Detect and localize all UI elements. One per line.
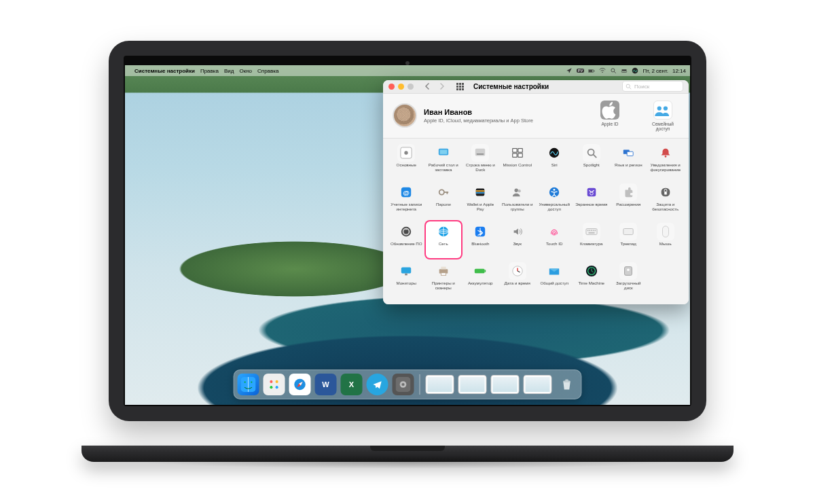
pane-users[interactable]: Пользователи и группы <box>500 182 536 219</box>
pane-trackpad[interactable]: Трекпад <box>611 221 647 258</box>
pane-datetime[interactable]: Дата и время <box>500 261 536 298</box>
pane-screentime[interactable]: Экранное время <box>574 182 610 219</box>
pane-timemachine[interactable]: Time Machine <box>574 261 610 298</box>
pane-battery[interactable]: Аккумулятор <box>463 261 499 298</box>
menu-edit[interactable]: Правка <box>200 68 219 74</box>
pane-touchid[interactable]: Touch ID <box>537 221 573 258</box>
svg-rect-54 <box>593 230 594 231</box>
svg-point-72 <box>627 268 630 271</box>
menu-help[interactable]: Справка <box>257 68 278 74</box>
pane-label: Пользователи и группы <box>500 202 536 211</box>
menubar-time[interactable]: 12:14 <box>672 68 686 74</box>
nav-forward-button[interactable] <box>437 81 448 92</box>
pane-internet[interactable]: @Учетные записи интернета <box>388 182 424 219</box>
pane-wallet[interactable]: Wallet и Apple Pay <box>463 182 499 219</box>
users-icon <box>509 183 526 201</box>
svg-point-79 <box>270 386 272 389</box>
svg-rect-59 <box>401 268 411 274</box>
datetime-icon <box>509 262 526 280</box>
show-all-button[interactable] <box>454 81 465 92</box>
pane-bluetooth[interactable]: Bluetooth <box>463 221 499 258</box>
dock-safari[interactable] <box>289 374 311 395</box>
pane-siri[interactable]: Siri <box>537 143 573 179</box>
pane-extensions[interactable]: Расширения <box>611 182 647 219</box>
avatar[interactable] <box>393 103 417 128</box>
dock-finder[interactable] <box>238 374 259 395</box>
sharing-icon <box>545 262 563 280</box>
pane-label: Строка меню и Dock <box>463 163 499 172</box>
search-input[interactable]: Поиск <box>622 81 683 92</box>
svg-rect-55 <box>594 230 596 231</box>
pane-network[interactable]: Сеть <box>426 221 462 258</box>
dock-trash[interactable] <box>556 374 578 395</box>
menu-window[interactable]: Окно <box>239 68 252 74</box>
pane-label: Принтеры и сканеры <box>426 281 462 290</box>
svg-rect-33 <box>446 192 448 194</box>
pane-sound[interactable]: Звук <box>500 221 536 258</box>
svg-line-10 <box>630 88 631 89</box>
minimize-button[interactable] <box>398 84 404 90</box>
screen: Системные настройки Правка Вид Окно Спра… <box>125 65 690 405</box>
pane-desktop[interactable]: Рабочий стол и заставка <box>426 143 462 179</box>
pane-label: Дата и время <box>504 281 531 286</box>
siri-menu-icon[interactable] <box>632 67 638 74</box>
dock-minimized-window[interactable] <box>458 375 487 394</box>
pane-notifications[interactable]: Уведомления и фокусирование <box>648 143 684 179</box>
search-placeholder: Поиск <box>634 84 649 90</box>
pane-startupdisk[interactable]: Загрузочный диск <box>611 261 647 298</box>
pane-label: Обновление ПО <box>390 242 423 247</box>
menu-view[interactable]: Вид <box>224 68 234 74</box>
user-name: Иван Иванов <box>424 108 533 116</box>
pane-language[interactable]: Язык и регион <box>611 143 647 179</box>
zoom-button[interactable] <box>408 84 414 90</box>
search-icon <box>626 84 632 90</box>
dock-minimized-window[interactable] <box>426 375 454 394</box>
nav-back-button[interactable] <box>422 81 433 92</box>
dock-minimized-window[interactable] <box>524 375 552 394</box>
pane-printers[interactable]: Принтеры и сканеры <box>426 261 462 298</box>
general-icon <box>397 144 415 162</box>
pane-spotlight[interactable]: Spotlight <box>574 143 610 179</box>
dock-system-preferences[interactable] <box>393 374 414 395</box>
pane-label: Уведомления и фокусирование <box>648 163 684 172</box>
wallet-icon <box>471 183 489 201</box>
menubar-date[interactable]: Пт, 2 сент. <box>642 68 668 74</box>
family-sharing-pane[interactable]: Семейный доступ <box>647 101 679 131</box>
touchid-icon <box>545 223 563 240</box>
account-header: Иван Иванов Apple ID, iCloud, медиаматер… <box>383 94 689 139</box>
dock-excel[interactable]: X <box>341 374 363 395</box>
dock-launchpad[interactable] <box>264 374 285 395</box>
pane-dock[interactable]: Строка меню и Dock <box>463 143 499 179</box>
pane-sharing[interactable]: Общий доступ <box>537 261 573 298</box>
pane-general[interactable]: Основные <box>388 143 424 179</box>
svg-line-25 <box>593 155 596 158</box>
location-icon[interactable] <box>566 67 573 74</box>
apple-id-label: Apple ID <box>602 122 619 126</box>
window-titlebar: Системные настройки Поиск <box>383 80 689 94</box>
app-menu[interactable]: Системные настройки <box>134 68 195 74</box>
spotlight-menu-icon[interactable] <box>610 67 617 74</box>
pane-softwareupdate[interactable]: Обновление ПО <box>388 221 424 258</box>
svg-point-75 <box>251 381 252 382</box>
pane-keyboard[interactable]: Клавиатура <box>574 221 610 258</box>
pane-label: Аккумулятор <box>467 281 494 286</box>
pane-displays[interactable]: Мониторы <box>388 261 424 298</box>
dock-telegram[interactable] <box>367 374 388 395</box>
dock-word[interactable]: W <box>315 374 337 395</box>
system-preferences-window: Системные настройки Поиск Иван Иванов Ap… <box>383 80 689 304</box>
battery-icon[interactable] <box>588 67 595 74</box>
pane-accessibility[interactable]: Универсальный доступ <box>537 182 573 219</box>
close-button[interactable] <box>388 84 395 90</box>
apple-id-pane[interactable]: Apple ID <box>594 101 626 131</box>
pane-label: Сеть <box>438 242 449 247</box>
dock: WX <box>234 370 582 399</box>
control-center-icon[interactable] <box>621 67 628 74</box>
pane-mouse[interactable]: Мышь <box>648 221 684 258</box>
input-source[interactable]: РУ <box>577 69 585 73</box>
pane-mission[interactable]: Mission Control <box>500 143 536 179</box>
dock-minimized-window[interactable] <box>491 375 520 394</box>
svg-rect-62 <box>441 267 446 270</box>
pane-passwords[interactable]: Пароли <box>426 182 462 219</box>
pane-security[interactable]: Защита и безопасность <box>648 182 684 219</box>
wifi-icon[interactable] <box>599 67 606 74</box>
